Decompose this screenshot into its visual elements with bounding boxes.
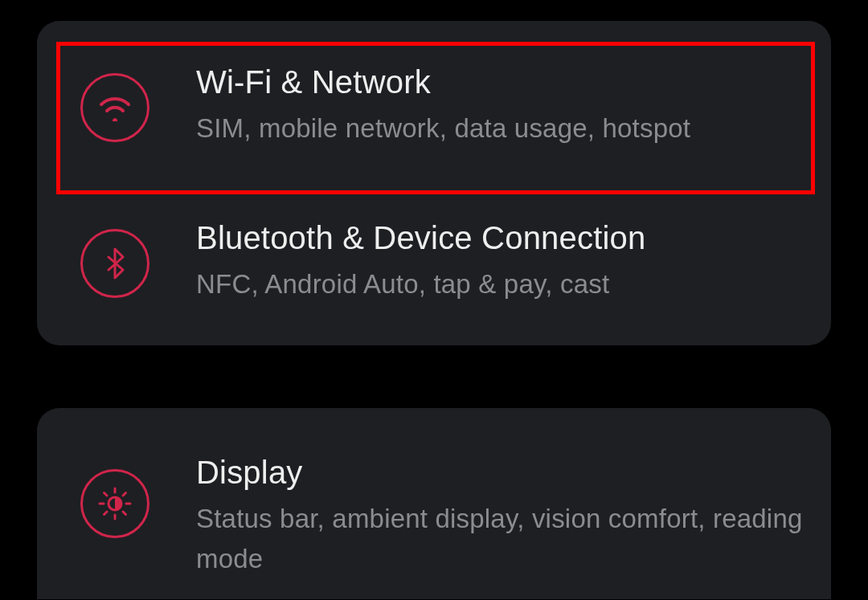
svg-line-7 [104, 512, 108, 515]
settings-item-display[interactable]: Display Status bar, ambient display, vis… [37, 422, 831, 599]
svg-line-8 [123, 493, 126, 496]
settings-item-subtitle: Status bar, ambient display, vision comf… [196, 499, 804, 578]
brightness-icon [80, 469, 149, 538]
svg-line-6 [123, 512, 126, 515]
settings-item-wifi-network[interactable]: Wi-Fi & Network SIM, mobile network, dat… [37, 27, 831, 185]
svg-line-5 [104, 493, 108, 496]
settings-item-subtitle: SIM, mobile network, data usage, hotspot [196, 108, 804, 149]
settings-item-text: Display Status bar, ambient display, vis… [196, 455, 804, 578]
settings-item-subtitle: NFC, Android Auto, tap & pay, cast [196, 264, 804, 304]
wifi-icon [80, 73, 149, 142]
settings-item-bluetooth[interactable]: Bluetooth & Device Connection NFC, Andro… [37, 185, 831, 339]
settings-group-1: Wi-Fi & Network SIM, mobile network, dat… [37, 21, 831, 345]
settings-item-title: Bluetooth & Device Connection [196, 220, 804, 256]
bluetooth-icon [80, 229, 149, 298]
settings-item-text: Bluetooth & Device Connection NFC, Andro… [196, 220, 804, 304]
settings-item-title: Display [196, 455, 804, 491]
settings-item-title: Wi-Fi & Network [196, 64, 804, 100]
settings-group-2: Display Status bar, ambient display, vis… [37, 408, 831, 599]
settings-item-text: Wi-Fi & Network SIM, mobile network, dat… [196, 64, 804, 149]
